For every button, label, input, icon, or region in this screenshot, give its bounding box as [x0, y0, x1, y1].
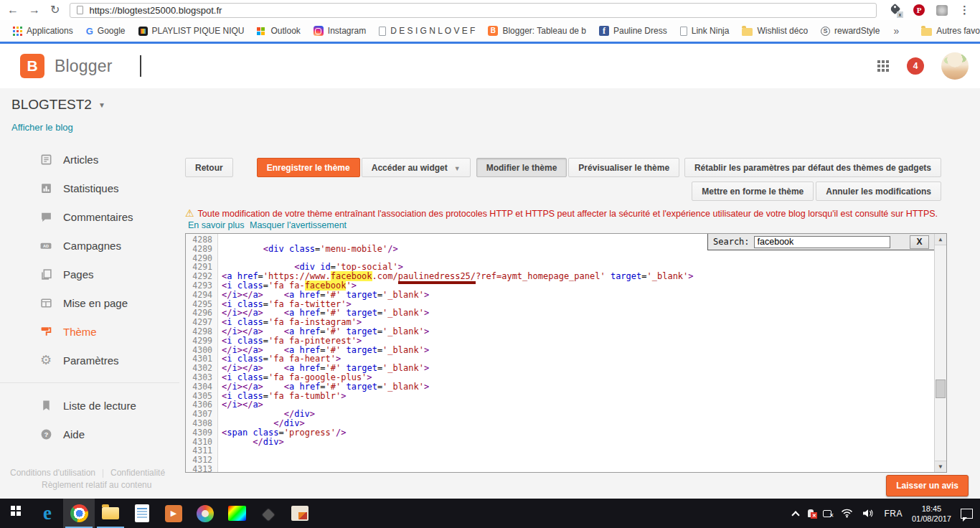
pinterest-extension-icon[interactable]: P [913, 4, 925, 16]
save-theme-button[interactable]: Enregistrer le thème [257, 158, 360, 177]
code-line[interactable] [219, 446, 934, 456]
terms-link[interactable]: Conditions d'utilisation [10, 467, 95, 479]
taskbar-writer-button[interactable] [126, 499, 158, 528]
sidebar-item-theme[interactable]: Thème [0, 317, 179, 346]
taskbar-paint-button[interactable] [189, 499, 221, 528]
search-input[interactable] [754, 236, 890, 248]
sidebar-item-reading-list[interactable]: Liste de lecture [0, 391, 179, 420]
send-feedback-button[interactable]: Laisser un avis [886, 475, 969, 496]
bookmark-item[interactable]: Applications [6, 24, 80, 38]
google-apps-grid-icon[interactable] [877, 60, 890, 72]
taskbar-explorer-button[interactable] [95, 499, 126, 528]
page-security-icon[interactable] [77, 6, 83, 14]
scroll-down-arrow[interactable]: ▼ [935, 461, 946, 472]
reset-gadget-themes-button[interactable]: Rétablir les paramètres par défaut des t… [684, 158, 941, 177]
bookmark-label: Applications [27, 26, 73, 36]
learn-more-link[interactable]: En savoir plus [188, 220, 245, 230]
sidebar-item-articles[interactable]: Articles [0, 145, 179, 174]
inkscape-icon: ◆ [263, 506, 274, 521]
hide-warning-link[interactable]: Masquer l'avertissement [250, 220, 347, 230]
bookmarks-overflow-chevron[interactable]: » [886, 25, 906, 37]
go-to-widget-button[interactable]: Accéder au widget▼ [362, 158, 471, 177]
bookmark-item[interactable]: Instagram [307, 24, 372, 38]
bookmarks-list: ApplicationsGGooglePLAYLIST PIQUE NIQUOu… [6, 24, 886, 39]
format-theme-button[interactable]: Mettre en forme le thème [692, 182, 814, 201]
wifi-icon[interactable] [841, 509, 853, 518]
bookmark-item[interactable]: BBlogger: Tableau de b [481, 24, 593, 38]
code-line[interactable]: <span class='progress'/> [219, 428, 934, 438]
back-button[interactable]: Retour [185, 158, 233, 177]
blogger-logo-icon[interactable]: B [20, 54, 44, 78]
language-indicator[interactable]: FRA [884, 509, 903, 519]
taskbar-media-player-button[interactable]: ▶ [158, 499, 189, 528]
scrollbar-thumb[interactable] [936, 380, 946, 398]
browser-menu-icon[interactable]: ⋮ [959, 4, 970, 16]
other-bookmarks-folder[interactable]: Autres favoris [915, 24, 980, 38]
sidebar-item-pages[interactable]: Pages [0, 260, 179, 288]
code-line[interactable]: <i class='fa fa-tumblr'> [219, 392, 934, 401]
code-line[interactable]: </i></a> [219, 400, 934, 410]
volume-icon[interactable] [862, 509, 875, 518]
bookmark-label: Blogger: Tableau de b [502, 26, 586, 36]
bookmark-item[interactable]: SrewardStyle [814, 24, 886, 38]
sidebar-item-label: Thème [63, 326, 97, 338]
undo-changes-button[interactable]: Annuler les modifications [816, 182, 941, 201]
tray-expand-chevron[interactable] [792, 511, 800, 519]
notifications-badge[interactable]: 4 [907, 57, 924, 75]
theme-code-editor[interactable]: 4288428942904291429242934294429542964297… [185, 233, 947, 473]
preview-theme-button[interactable]: Prévisualiser le thème [568, 158, 679, 177]
sidebar-item-label: Mise en page [63, 297, 128, 309]
blog-selector[interactable]: BLOGTEST2 ▼ [11, 97, 105, 113]
forward-icon[interactable]: → [29, 4, 40, 16]
code-line[interactable] [219, 456, 934, 465]
taskbar-clock[interactable]: 18:45 01/08/2017 [912, 504, 951, 524]
misc-extension-icon[interactable] [936, 5, 948, 16]
code-line[interactable]: </div> [219, 410, 934, 419]
tray-power-icon[interactable]: ✕ [823, 510, 831, 517]
bookmark-item[interactable]: Outlook [250, 24, 306, 38]
user-avatar[interactable] [941, 52, 969, 80]
code-line[interactable]: </div> [219, 438, 934, 447]
close-search-button[interactable]: X [910, 235, 929, 249]
sidebar-footer: Conditions d'utilisation Confidentialité… [10, 467, 176, 491]
taskbar-chrome-button[interactable] [63, 499, 95, 528]
view-blog-link[interactable]: Afficher le blog [11, 122, 73, 133]
bookmark-item[interactable]: GGoogle [80, 24, 132, 39]
scroll-up-arrow[interactable]: ▲ [935, 234, 946, 245]
sidebar-item-settings[interactable]: ⚙Paramètres [0, 346, 179, 374]
action-center-icon[interactable] [961, 509, 973, 519]
code-lines[interactable]: <div class='menu-mobile'/> <div id='top-… [219, 235, 934, 473]
editor-scrollbar[interactable]: ▲ ▼ [934, 234, 946, 472]
refresh-icon[interactable]: ↻ [50, 4, 60, 16]
privacy-link[interactable]: Confidentialité [110, 467, 165, 479]
tray-device-icon[interactable]: ✕ [808, 509, 814, 517]
tag-extension-icon[interactable]: x [890, 4, 902, 16]
sidebar-item-campaigns[interactable]: ADCampagnes [0, 231, 179, 260]
bookmark-item[interactable]: Link Ninja [674, 24, 736, 38]
bookmark-item[interactable]: D E S I G N L O V E F [372, 24, 481, 38]
sidebar-item-help[interactable]: ?Aide [0, 420, 179, 448]
sidebar-item-layout[interactable]: Mise en page [0, 288, 179, 317]
taskbar-inkscape-button[interactable]: ◆ [253, 499, 284, 528]
clock-time: 18:45 [922, 504, 942, 513]
line-number: 4294 [186, 291, 217, 300]
bookmark-item[interactable]: fPauline Dress [593, 24, 674, 38]
edit-theme-button[interactable]: Modifier le thème [476, 158, 567, 177]
taskbar-edge-button[interactable]: e [32, 499, 63, 528]
bookmark-item[interactable]: PLAYLIST PIQUE NIQU [132, 24, 251, 38]
taskbar-gradient-app-button[interactable] [221, 499, 253, 528]
folder-icon [921, 28, 932, 36]
address-bar[interactable]: https://blogtest25000.blogspot.fr [70, 3, 877, 18]
bookmark-item[interactable]: Wishlist déco [735, 24, 814, 38]
line-number: 4298 [186, 327, 217, 336]
content-policy-link[interactable]: Règlement relatif au contenu [42, 479, 176, 491]
windows-taskbar: e ▶ ◆ ✕ ✕ FRA 18:45 01/08/2017 [0, 499, 980, 528]
sidebar-item-stats[interactable]: Statistiques [0, 174, 179, 202]
back-icon[interactable]: ← [7, 4, 19, 16]
start-button[interactable] [0, 499, 32, 528]
sidebar-item-comments[interactable]: Commentaires [0, 202, 179, 231]
code-line[interactable] [219, 465, 934, 473]
windows-logo-icon [11, 506, 15, 510]
taskbar-photos-button[interactable] [284, 499, 316, 528]
url-text[interactable]: https://blogtest25000.blogspot.fr [89, 5, 222, 16]
